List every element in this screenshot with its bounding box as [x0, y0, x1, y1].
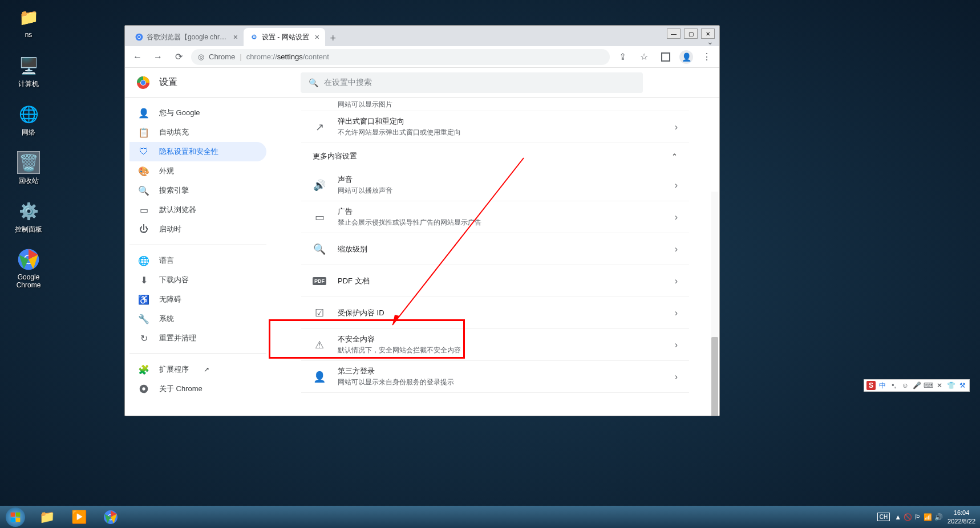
sidebar-item-about-chrome[interactable]: 关于 Chrome: [129, 379, 266, 399]
globe-icon: 🌐: [139, 255, 149, 266]
scrollbar-vertical[interactable]: [711, 192, 718, 416]
minimize-button[interactable]: —: [667, 29, 681, 39]
chevron-right-icon: ›: [675, 122, 678, 132]
scrollbar-thumb[interactable]: [711, 337, 718, 416]
sidebar-item-downloads[interactable]: ⬇下载内容: [129, 270, 266, 290]
tray-volume-icon[interactable]: 🔊: [934, 513, 943, 521]
sidebar-item-default-browser[interactable]: ▭默认浏览器: [129, 200, 266, 220]
settings-row-zoom[interactable]: 🔍 缩放级别 ›: [301, 233, 689, 265]
taskbar-chrome[interactable]: [95, 506, 127, 528]
sidebar-item-accessibility[interactable]: ♿无障碍: [129, 290, 266, 309]
tab-close-icon[interactable]: ×: [315, 33, 319, 42]
tray-network-icon[interactable]: 📶: [924, 513, 932, 521]
desktop-icon-recycle-bin[interactable]: 🗑️ 回收站: [9, 151, 48, 186]
system-tray[interactable]: ▲ 🚫 🏳 📶 🔊: [894, 513, 943, 521]
sidebar-item-languages[interactable]: 🌐语言: [129, 251, 266, 270]
section-more-content-settings[interactable]: 更多内容设置 ⌃: [301, 143, 689, 169]
desktop-icon-ns[interactable]: 📁 ns: [9, 6, 48, 39]
menu-button[interactable]: ⋮: [699, 49, 715, 65]
tray-action-center-icon[interactable]: 🚫: [904, 513, 912, 521]
settings-row-popups[interactable]: ↗ 弹出式窗口和重定向不允许网站显示弹出式窗口或使用重定向 ›: [301, 111, 689, 143]
settings-panel: 网站可以显示图片 ↗ 弹出式窗口和重定向不允许网站显示弹出式窗口或使用重定向 ›…: [271, 98, 719, 416]
share-button[interactable]: ⇪: [614, 49, 630, 65]
new-tab-button[interactable]: +: [325, 30, 341, 46]
chevron-right-icon: ›: [675, 372, 678, 382]
ime-punct-button[interactable]: •,: [889, 381, 898, 390]
side-panel-button[interactable]: [658, 49, 674, 65]
tab-google-chrome-page[interactable]: 谷歌浏览器【google chrome】 ×: [129, 28, 244, 46]
settings-row-images-partial[interactable]: 网站可以显示图片: [301, 98, 689, 111]
desktop-icon-network[interactable]: 🌐 网络: [9, 103, 48, 137]
settings-row-ads[interactable]: ▭ 广告禁止会展示侵扰性或误导性广告的网站显示广告 ›: [301, 201, 689, 233]
site-info-icon[interactable]: ◎: [198, 52, 204, 61]
profile-button[interactable]: 👤: [679, 50, 693, 64]
person-icon: 👤: [139, 108, 149, 119]
reload-button[interactable]: ⟳: [171, 49, 187, 65]
ime-emoji-button[interactable]: ☺: [901, 381, 910, 390]
chevron-right-icon: ›: [675, 180, 678, 190]
search-icon: 🔍: [139, 185, 149, 196]
power-icon: ⏻: [139, 224, 149, 234]
sidebar-item-appearance[interactable]: 🎨外观: [129, 161, 266, 181]
desktop-icon-chrome[interactable]: Google Chrome: [9, 248, 48, 289]
sidebar-item-on-startup[interactable]: ⏻启动时: [129, 220, 266, 239]
ime-tools-button[interactable]: ⚒: [958, 381, 967, 390]
ime-keyboard-button[interactable]: ⌨: [924, 381, 933, 390]
svg-point-8: [141, 80, 145, 85]
taskbar-clock[interactable]: 16:04 2022/8/22: [947, 509, 975, 525]
tray-overflow-icon[interactable]: ▲: [894, 513, 901, 521]
sidebar-item-privacy-security[interactable]: 🛡隐私设置和安全性: [129, 142, 266, 161]
sidebar-item-extensions[interactable]: 🧩扩展程序↗: [129, 360, 266, 379]
settings-row-third-party-signin[interactable]: 👤 第三方登录网站可以显示来自身份服务的登录提示 ›: [301, 361, 689, 393]
chevron-right-icon: ›: [675, 276, 678, 286]
chrome-window: 谷歌浏览器【google chrome】 × ⚙ 设置 - 网站设置 × + ⌄…: [124, 25, 720, 416]
settings-row-pdf[interactable]: PDF PDF 文档 ›: [301, 265, 689, 297]
address-bar[interactable]: ◎ Chrome | chrome://settings/content: [191, 49, 610, 65]
sidebar-divider: [129, 245, 266, 245]
ime-voice-button[interactable]: 🎤: [912, 381, 921, 390]
chevron-right-icon: ›: [675, 244, 678, 254]
ime-sogou-icon[interactable]: S: [866, 381, 876, 390]
tab-settings[interactable]: ⚙ 设置 - 网站设置 ×: [244, 28, 325, 46]
external-link-icon: ↗: [204, 365, 209, 373]
taskbar-explorer[interactable]: 📁: [31, 506, 63, 528]
settings-title: 设置: [159, 76, 177, 88]
close-button[interactable]: ✕: [701, 29, 715, 39]
sidebar-item-system[interactable]: 🔧系统: [129, 309, 266, 328]
ime-skin-button[interactable]: 👕: [946, 381, 955, 390]
sound-icon: 🔊: [313, 179, 326, 192]
palette-icon: 🎨: [139, 166, 149, 177]
extension-icon: 🧩: [139, 364, 149, 375]
sidebar-item-autofill[interactable]: 📋自动填充: [129, 123, 266, 142]
settings-row-insecure-content[interactable]: ⚠ 不安全内容默认情况下，安全网站会拦截不安全内容 ›: [301, 329, 689, 361]
ime-lang-button[interactable]: 中: [878, 381, 887, 390]
desktop-icon-computer[interactable]: 🖥️ 计算机: [9, 54, 48, 89]
ime-toolbar[interactable]: S 中 •, ☺ 🎤 ⌨ ✕ 👕 ⚒: [864, 379, 970, 392]
chevron-right-icon: ›: [675, 212, 678, 222]
start-button[interactable]: [0, 506, 31, 528]
language-indicator[interactable]: CH: [877, 513, 890, 521]
taskbar-media-player[interactable]: ▶️: [63, 506, 95, 528]
svg-point-5: [138, 36, 141, 39]
desktop-icon-control-panel[interactable]: ⚙️ 控制面板: [9, 200, 48, 234]
settings-search-input[interactable]: 🔍 在设置中搜索: [301, 72, 643, 93]
svg-rect-14: [16, 512, 21, 517]
svg-rect-16: [16, 517, 21, 522]
settings-row-protected-content[interactable]: ☑ 受保护内容 ID ›: [301, 297, 689, 329]
forward-button[interactable]: →: [150, 49, 166, 65]
tray-flag-icon[interactable]: 🏳: [914, 513, 921, 521]
shield-icon: 🛡: [139, 147, 149, 157]
control-panel-icon: ⚙️: [17, 200, 40, 222]
bookmark-button[interactable]: ☆: [636, 49, 652, 65]
settings-sidebar: 👤您与 Google 📋自动填充 🛡隐私设置和安全性 🎨外观 🔍搜索引擎 ▭默认…: [125, 98, 271, 416]
recycle-bin-icon: 🗑️: [17, 151, 40, 174]
ime-close-button[interactable]: ✕: [935, 381, 944, 390]
reset-icon: ↻: [139, 333, 149, 344]
maximize-button[interactable]: ▢: [684, 29, 698, 39]
settings-row-sound[interactable]: 🔊 声音网站可以播放声音 ›: [301, 169, 689, 201]
sidebar-item-reset[interactable]: ↻重置并清理: [129, 328, 266, 348]
back-button[interactable]: ←: [129, 49, 145, 65]
sidebar-item-you-and-google[interactable]: 👤您与 Google: [129, 103, 266, 123]
tab-close-icon[interactable]: ×: [233, 33, 238, 42]
sidebar-item-search-engine[interactable]: 🔍搜索引擎: [129, 181, 266, 200]
